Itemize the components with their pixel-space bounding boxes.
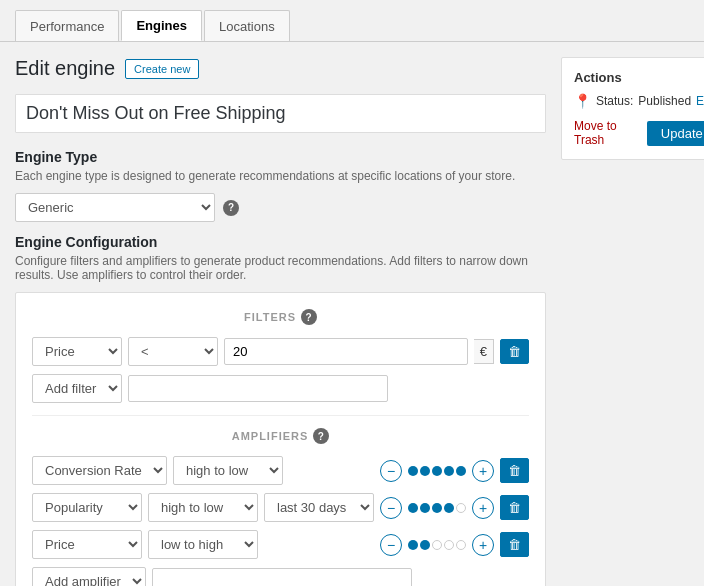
amp-increase-btn-1[interactable]: + [472, 497, 494, 519]
amp-increase-btn-2[interactable]: + [472, 534, 494, 556]
filter-currency-0: € [474, 339, 494, 364]
filter-row-0: Price < > = € 🗑 [32, 337, 529, 366]
add-amplifier-row: Add amplifier [32, 567, 529, 586]
dot-2-3 [444, 540, 454, 550]
dot-0-0 [408, 466, 418, 476]
dot-0-3 [444, 466, 454, 476]
amp-dots-2 [408, 540, 466, 550]
engine-type-row: Generic ? [15, 193, 546, 222]
add-filter-row: Add filter [32, 374, 529, 403]
amplifiers-label: AMPLIFIERS ? [32, 428, 529, 444]
dot-1-4 [456, 503, 466, 513]
amp-field-select-0[interactable]: Conversion Rate [32, 456, 167, 485]
amp-dots-1 [408, 503, 466, 513]
amp-field-select-2[interactable]: Price [32, 530, 142, 559]
filter-field-select-0[interactable]: Price [32, 337, 122, 366]
amp-increase-btn-0[interactable]: + [472, 460, 494, 482]
engine-config-desc: Configure filters and amplifiers to gene… [15, 254, 546, 282]
status-row: 📍 Status: Published Edit [574, 93, 704, 109]
amplifier-row-0: Conversion Rate high to low low to high … [32, 456, 529, 485]
engine-type-title: Engine Type [15, 149, 546, 165]
config-box: FILTERS ? Price < > = € 🗑 A [15, 292, 546, 586]
dot-2-2 [432, 540, 442, 550]
right-panel: Actions 📍 Status: Published Edit Move to… [561, 57, 704, 586]
engine-type-select[interactable]: Generic [15, 193, 215, 222]
status-value: Published [638, 94, 691, 108]
amp-delete-btn-0[interactable]: 🗑 [500, 458, 529, 483]
dot-0-4 [456, 466, 466, 476]
amp-decrease-btn-0[interactable]: − [380, 460, 402, 482]
tab-performance[interactable]: Performance [15, 10, 119, 41]
dot-1-0 [408, 503, 418, 513]
dot-1-2 [432, 503, 442, 513]
add-filter-select[interactable]: Add filter [32, 374, 122, 403]
update-button[interactable]: Update [647, 121, 704, 146]
top-nav: Performance Engines Locations [0, 0, 704, 42]
actions-box: Actions 📍 Status: Published Edit Move to… [561, 57, 704, 160]
amplifier-divider [32, 415, 529, 416]
filters-label: FILTERS ? [32, 309, 529, 325]
amp-decrease-btn-2[interactable]: − [380, 534, 402, 556]
add-amplifier-select[interactable]: Add amplifier [32, 567, 146, 586]
dot-2-1 [420, 540, 430, 550]
engine-type-desc: Each engine type is designed to generate… [15, 169, 546, 183]
amplifier-row-2: Price low to high high to low − + 🗑 [32, 530, 529, 559]
dot-0-1 [420, 466, 430, 476]
amp-delete-btn-1[interactable]: 🗑 [500, 495, 529, 520]
amp-direction-select-1[interactable]: high to low low to high [148, 493, 258, 522]
amp-direction-select-0[interactable]: high to low low to high [173, 456, 283, 485]
dot-2-0 [408, 540, 418, 550]
dot-1-1 [420, 503, 430, 513]
dot-1-3 [444, 503, 454, 513]
engine-config-title: Engine Configuration [15, 234, 546, 250]
tab-engines[interactable]: Engines [121, 10, 202, 41]
actions-title: Actions [574, 70, 704, 85]
filter-value-input-0[interactable] [224, 338, 468, 365]
dot-0-2 [432, 466, 442, 476]
amplifier-row-1: Popularity high to low low to high last … [32, 493, 529, 522]
add-amplifier-input[interactable] [152, 568, 412, 586]
edit-status-link[interactable]: Edit [696, 94, 704, 108]
amp-daterange-select-1[interactable]: last 30 days last 7 days last 90 days [264, 493, 374, 522]
engine-name-input[interactable] [15, 94, 546, 133]
filter-delete-button-0[interactable]: 🗑 [500, 339, 529, 364]
page-title: Edit engine [15, 57, 115, 80]
amp-delete-btn-2[interactable]: 🗑 [500, 532, 529, 557]
status-icon: 📍 [574, 93, 591, 109]
status-label: Status: [596, 94, 633, 108]
dot-2-4 [456, 540, 466, 550]
add-filter-input[interactable] [128, 375, 388, 402]
amp-dots-0 [408, 466, 466, 476]
left-panel: Edit engine Create new Engine Type Each … [15, 57, 546, 586]
move-to-trash-link[interactable]: Move to Trash [574, 119, 647, 147]
amp-decrease-btn-1[interactable]: − [380, 497, 402, 519]
amp-field-select-1[interactable]: Popularity [32, 493, 142, 522]
amp-direction-select-2[interactable]: low to high high to low [148, 530, 258, 559]
engine-type-help-icon[interactable]: ? [223, 200, 239, 216]
filter-operator-select-0[interactable]: < > = [128, 337, 218, 366]
tab-locations[interactable]: Locations [204, 10, 290, 41]
filters-help-icon[interactable]: ? [301, 309, 317, 325]
amplifiers-help-icon[interactable]: ? [313, 428, 329, 444]
page-header: Edit engine Create new [15, 57, 546, 80]
create-new-button[interactable]: Create new [125, 59, 199, 79]
